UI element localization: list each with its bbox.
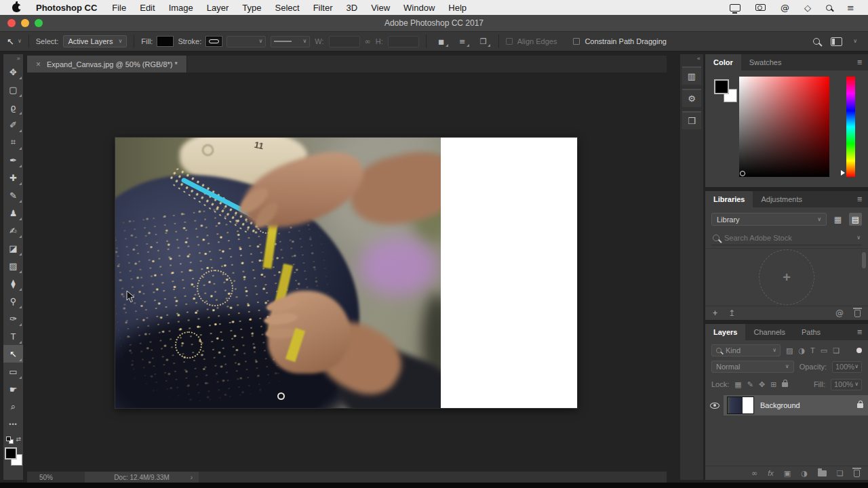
dodge-tool[interactable]: ⚲ [3,292,23,310]
document-info[interactable]: Doc: 12.4M/9.33M › [85,472,199,483]
hand-tool[interactable]: ☛ [3,380,23,398]
new-layer-icon[interactable]: ❏ [837,469,844,478]
blend-mode-dropdown[interactable]: Normal ∨ [711,361,794,373]
library-content-area[interactable]: + [705,248,868,306]
constrain-path-dragging-checkbox[interactable] [573,38,580,45]
layer-list[interactable]: Background [705,393,868,466]
tab-paths[interactable]: Paths [793,324,829,340]
shape-mode-button[interactable]: ◼ [433,35,450,48]
stroke-width-field[interactable]: ∨ [226,36,266,47]
notification-center-icon[interactable]: ≡ [847,3,854,12]
airplay-icon[interactable]: ◇ [804,3,811,12]
collapse-tools-icon[interactable]: » [16,54,23,63]
link-dimensions-icon[interactable]: ∞ [365,37,371,46]
scrollbar-thumb[interactable] [862,252,866,268]
list-view-icon[interactable]: ▤ [849,213,862,226]
display-icon[interactable] [730,4,741,12]
menu-layer[interactable]: Layer [200,3,236,13]
filter-type-layers-icon[interactable]: T [810,346,815,354]
menu-edit[interactable]: Edit [133,3,161,13]
lock-transparency-icon[interactable]: ▦ [734,380,741,389]
close-tab-icon[interactable]: × [36,60,41,69]
gradient-tool[interactable]: ▨ [3,257,23,274]
history-panel-icon[interactable]: ▥ [682,66,701,85]
hue-slider[interactable] [846,77,855,177]
background-layer-row[interactable]: Background [705,395,868,415]
new-group-icon[interactable] [818,470,827,476]
height-field[interactable] [388,36,419,47]
properties-panel-icon[interactable]: ⚙ [682,89,701,107]
align-edges-checkbox[interactable] [506,38,513,45]
menu-image[interactable]: Image [162,3,200,13]
filter-smart-objects-icon[interactable]: ❏ [833,346,840,355]
device-preview-panel-icon[interactable]: ❒ [682,111,701,129]
menu-select[interactable]: Select [268,3,306,13]
creative-cloud-icon[interactable]: @ [781,3,789,12]
foreground-color-swatch[interactable] [5,447,17,460]
delete-layer-icon[interactable] [854,470,860,477]
close-window-button[interactable] [7,19,16,27]
filter-image-layers-icon[interactable]: ▨ [786,346,793,355]
panel-menu-icon[interactable]: ≣ [857,328,863,336]
rectangle-tool[interactable]: ▭ [3,363,23,380]
layer-name[interactable]: Background [760,401,800,409]
workspace-switcher-icon[interactable] [831,37,842,46]
menu-photoshop[interactable]: Photoshop CC [28,3,105,13]
type-tool[interactable]: T [3,327,23,345]
default-colors-widget[interactable]: ⇄ [3,436,23,445]
add-layer-mask-icon[interactable]: ▣ [784,469,791,478]
crop-tool[interactable]: ⌗ [3,134,23,151]
layer-filter-toggle[interactable] [856,348,862,353]
link-layers-icon[interactable]: ∞ [751,469,757,478]
canvas-region[interactable]: 11 [27,73,667,471]
minimize-window-button[interactable] [21,19,29,27]
saturation-brightness-field[interactable] [739,77,829,177]
fill-color-swatch[interactable] [157,37,173,46]
opacity-field[interactable]: 100% ∨ [832,361,862,373]
layer-style-icon[interactable]: fx [768,469,774,477]
tab-libraries[interactable]: Libraries [705,191,753,207]
apple-menu-icon[interactable] [12,3,21,12]
hue-slider-arrow[interactable] [841,170,845,176]
adobe-stock-search-field[interactable]: Search Adobe Stock ∨ [711,231,862,245]
screen-recording-icon[interactable] [755,4,766,11]
menu-3d[interactable]: 3D [340,3,365,13]
delete-library-item-icon[interactable] [854,310,861,317]
expand-panels-icon[interactable]: « [680,54,703,64]
menu-view[interactable]: View [364,3,397,13]
eyedropper-tool[interactable]: ✒ [3,151,23,169]
blur-tool[interactable]: ⧫ [3,274,23,292]
swap-colors-icon[interactable]: ⇄ [16,436,21,443]
history-brush-tool[interactable]: ✍ [3,222,23,239]
fill-field[interactable]: 100% ∨ [831,379,862,390]
width-field[interactable] [329,36,360,47]
filter-shape-layers-icon[interactable]: ▭ [821,346,827,355]
tab-adjustments[interactable]: Adjustments [753,191,810,207]
zoom-tool[interactable]: ⌕ [3,398,23,415]
new-adjustment-layer-icon[interactable]: ◑ [801,469,808,478]
tab-channels[interactable]: Channels [745,324,793,340]
zoom-level-field[interactable]: 50% [27,474,73,481]
menu-filter[interactable]: Filter [307,3,340,13]
select-mode-dropdown[interactable]: Active Layers ∨ [63,35,127,47]
edit-toolbar-button[interactable]: ••• [3,415,23,433]
lock-pixels-icon[interactable]: ✎ [747,380,753,389]
document-tab[interactable]: × Expand_Canvas.jpg @ 50% (RGB/8*) * [27,56,187,73]
foreground-color-well[interactable] [714,79,729,94]
lasso-tool[interactable]: ϱ [3,98,23,116]
status-chevron-icon[interactable]: › [191,474,193,481]
move-tool[interactable]: ✥ [3,63,23,81]
panel-menu-icon[interactable]: ≣ [857,195,863,203]
menu-help[interactable]: Help [441,3,473,13]
layer-locked-icon[interactable] [857,403,863,408]
tab-layers[interactable]: Layers [705,324,745,340]
color-sample-indicator[interactable] [740,171,745,176]
quick-selection-tool[interactable]: ✐ [3,116,23,134]
tab-swatches[interactable]: Swatches [741,54,790,70]
library-drop-zone[interactable]: + [759,249,814,305]
path-operations-button[interactable]: ❒ [475,35,492,48]
active-tool-preset[interactable]: ↖ ∨ [7,37,22,47]
layer-thumbnail[interactable] [727,396,754,414]
grid-view-icon[interactable]: ▦ [831,213,844,226]
cc-sync-icon[interactable]: @ [835,308,844,318]
